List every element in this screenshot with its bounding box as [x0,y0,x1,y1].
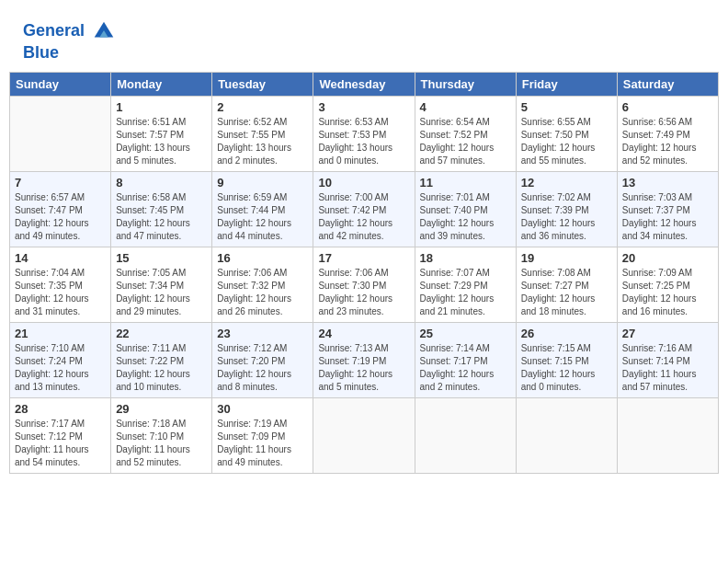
day-number: 24 [318,327,409,340]
day-info: Sunrise: 7:14 AM Sunset: 7:17 PM Dayligh… [420,342,511,394]
day-number: 9 [217,176,308,190]
calendar-cell: 24Sunrise: 7:13 AM Sunset: 7:19 PM Dayli… [313,322,415,397]
calendar-cell: 29Sunrise: 7:18 AM Sunset: 7:10 PM Dayli… [111,397,212,473]
calendar-cell [516,397,617,473]
day-info: Sunrise: 6:58 AM Sunset: 7:45 PM Dayligh… [116,191,207,243]
day-info: Sunrise: 6:56 AM Sunset: 7:49 PM Dayligh… [622,116,713,167]
calendar-cell [617,397,718,473]
day-of-week-header: Friday [516,72,617,96]
day-number: 4 [420,100,511,114]
day-number: 25 [420,327,511,340]
day-info: Sunrise: 7:17 AM Sunset: 7:12 PM Dayligh… [15,418,106,469]
day-number: 3 [318,100,409,114]
calendar-cell: 23Sunrise: 7:12 AM Sunset: 7:20 PM Dayli… [212,322,313,397]
calendar-week-row: 21Sunrise: 7:10 AM Sunset: 7:24 PM Dayli… [10,322,719,397]
day-number: 20 [622,251,713,265]
day-info: Sunrise: 7:16 AM Sunset: 7:14 PM Dayligh… [622,342,713,394]
day-number: 15 [116,251,207,265]
logo-text: General [23,18,117,44]
day-number: 23 [217,327,308,340]
calendar-cell: 9Sunrise: 6:59 AM Sunset: 7:44 PM Daylig… [212,171,313,247]
calendar-cell: 14Sunrise: 7:04 AM Sunset: 7:35 PM Dayli… [10,247,111,322]
day-info: Sunrise: 7:18 AM Sunset: 7:10 PM Dayligh… [116,418,207,469]
day-number: 10 [318,176,409,190]
day-info: Sunrise: 6:59 AM Sunset: 7:44 PM Dayligh… [217,191,308,243]
calendar-week-row: 28Sunrise: 7:17 AM Sunset: 7:12 PM Dayli… [10,397,719,473]
page-header: General Blue [9,9,719,67]
calendar-cell: 4Sunrise: 6:54 AM Sunset: 7:52 PM Daylig… [415,96,516,171]
day-number: 8 [116,176,207,190]
calendar-week-row: 1Sunrise: 6:51 AM Sunset: 7:57 PM Daylig… [10,96,719,171]
day-number: 16 [217,251,308,265]
day-info: Sunrise: 7:02 AM Sunset: 7:39 PM Dayligh… [521,191,612,243]
calendar-cell: 2Sunrise: 6:52 AM Sunset: 7:55 PM Daylig… [212,96,313,171]
day-info: Sunrise: 7:06 AM Sunset: 7:30 PM Dayligh… [318,267,409,318]
calendar-cell: 8Sunrise: 6:58 AM Sunset: 7:45 PM Daylig… [111,171,212,247]
calendar-cell: 10Sunrise: 7:00 AM Sunset: 7:42 PM Dayli… [313,171,415,247]
day-info: Sunrise: 7:11 AM Sunset: 7:22 PM Dayligh… [116,342,207,394]
calendar-cell: 11Sunrise: 7:01 AM Sunset: 7:40 PM Dayli… [415,171,516,247]
day-number: 29 [116,402,207,416]
calendar-header-row: SundayMondayTuesdayWednesdayThursdayFrid… [10,72,719,96]
day-of-week-header: Saturday [617,72,718,96]
day-number: 1 [116,100,207,114]
calendar-cell: 26Sunrise: 7:15 AM Sunset: 7:15 PM Dayli… [516,322,617,397]
day-info: Sunrise: 7:01 AM Sunset: 7:40 PM Dayligh… [420,191,511,243]
calendar-cell [415,397,516,473]
day-info: Sunrise: 6:52 AM Sunset: 7:55 PM Dayligh… [217,116,308,167]
calendar-cell: 25Sunrise: 7:14 AM Sunset: 7:17 PM Dayli… [415,322,516,397]
calendar-cell: 6Sunrise: 6:56 AM Sunset: 7:49 PM Daylig… [617,96,718,171]
day-info: Sunrise: 6:57 AM Sunset: 7:47 PM Dayligh… [15,191,106,243]
calendar-cell: 21Sunrise: 7:10 AM Sunset: 7:24 PM Dayli… [10,322,111,397]
logo-icon [91,18,117,44]
day-info: Sunrise: 7:06 AM Sunset: 7:32 PM Dayligh… [217,267,308,318]
day-of-week-header: Sunday [10,72,111,96]
logo-blue-text: Blue [23,44,117,63]
calendar-week-row: 7Sunrise: 6:57 AM Sunset: 7:47 PM Daylig… [10,171,719,247]
day-number: 19 [521,251,612,265]
calendar-cell: 27Sunrise: 7:16 AM Sunset: 7:14 PM Dayli… [617,322,718,397]
calendar-cell: 19Sunrise: 7:08 AM Sunset: 7:27 PM Dayli… [516,247,617,322]
day-info: Sunrise: 6:55 AM Sunset: 7:50 PM Dayligh… [521,116,612,167]
day-number: 2 [217,100,308,114]
day-info: Sunrise: 7:19 AM Sunset: 7:09 PM Dayligh… [217,418,308,469]
day-number: 5 [521,100,612,114]
calendar-cell: 30Sunrise: 7:19 AM Sunset: 7:09 PM Dayli… [212,397,313,473]
day-of-week-header: Monday [111,72,212,96]
calendar-cell [313,397,415,473]
day-of-week-header: Wednesday [313,72,415,96]
calendar-week-row: 14Sunrise: 7:04 AM Sunset: 7:35 PM Dayli… [10,247,719,322]
day-info: Sunrise: 6:53 AM Sunset: 7:53 PM Dayligh… [318,116,409,167]
day-info: Sunrise: 7:13 AM Sunset: 7:19 PM Dayligh… [318,342,409,394]
day-number: 26 [521,327,612,340]
day-info: Sunrise: 6:51 AM Sunset: 7:57 PM Dayligh… [116,116,207,167]
calendar-cell: 17Sunrise: 7:06 AM Sunset: 7:30 PM Dayli… [313,247,415,322]
day-number: 28 [15,402,106,416]
day-number: 27 [622,327,713,340]
day-info: Sunrise: 7:03 AM Sunset: 7:37 PM Dayligh… [622,191,713,243]
day-of-week-header: Tuesday [212,72,313,96]
day-info: Sunrise: 7:04 AM Sunset: 7:35 PM Dayligh… [15,267,106,318]
day-number: 14 [15,251,106,265]
calendar-cell: 22Sunrise: 7:11 AM Sunset: 7:22 PM Dayli… [111,322,212,397]
logo: General Blue [23,18,117,63]
day-info: Sunrise: 7:09 AM Sunset: 7:25 PM Dayligh… [622,267,713,318]
day-info: Sunrise: 7:12 AM Sunset: 7:20 PM Dayligh… [217,342,308,394]
calendar-cell: 12Sunrise: 7:02 AM Sunset: 7:39 PM Dayli… [516,171,617,247]
day-info: Sunrise: 7:00 AM Sunset: 7:42 PM Dayligh… [318,191,409,243]
calendar-cell: 28Sunrise: 7:17 AM Sunset: 7:12 PM Dayli… [10,397,111,473]
calendar-cell: 15Sunrise: 7:05 AM Sunset: 7:34 PM Dayli… [111,247,212,322]
day-info: Sunrise: 6:54 AM Sunset: 7:52 PM Dayligh… [420,116,511,167]
day-number: 11 [420,176,511,190]
day-number: 17 [318,251,409,265]
day-number: 22 [116,327,207,340]
day-number: 12 [521,176,612,190]
calendar-cell: 7Sunrise: 6:57 AM Sunset: 7:47 PM Daylig… [10,171,111,247]
calendar-cell: 18Sunrise: 7:07 AM Sunset: 7:29 PM Dayli… [415,247,516,322]
day-number: 21 [15,327,106,340]
day-number: 6 [622,100,713,114]
day-number: 18 [420,251,511,265]
calendar-cell: 5Sunrise: 6:55 AM Sunset: 7:50 PM Daylig… [516,96,617,171]
day-info: Sunrise: 7:08 AM Sunset: 7:27 PM Dayligh… [521,267,612,318]
calendar-table: SundayMondayTuesdayWednesdayThursdayFrid… [9,72,719,474]
